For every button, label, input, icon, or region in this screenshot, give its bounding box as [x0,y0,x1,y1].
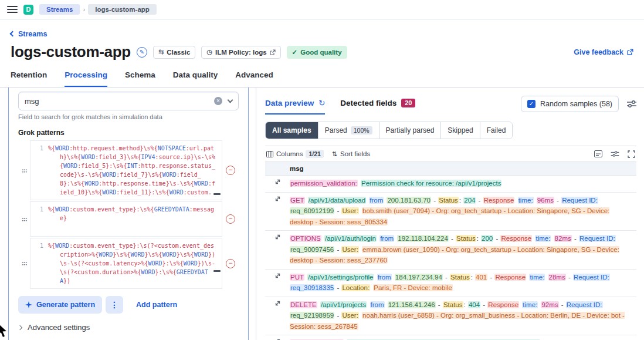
source-field-help: Field to search for grok matches in simu… [18,113,239,120]
remove-pattern-icon[interactable]: − [226,214,235,224]
give-feedback-link[interactable]: Give feedback [574,48,633,56]
log-message: PUT /api/v1/settings/profile from 184.19… [290,270,636,297]
table-row: external_api_call: External API call com… [265,335,636,340]
project-logo[interactable]: D [23,5,33,15]
grok-pattern-row: ⠿1%{WORD:custom.event_type}:\s%{GREEDYDA… [18,201,239,237]
add-pattern-link[interactable]: Add pattern [136,301,177,309]
tab-detected-fields[interactable]: Detected fields 20 [340,99,415,115]
pattern-menu-button[interactable]: ⋮ [106,296,123,314]
mouse-cursor [0,324,8,338]
drag-handle-icon[interactable]: ⠿ [18,216,30,223]
menu-icon[interactable] [7,6,18,13]
back-to-streams-link[interactable]: Streams [11,30,47,38]
expand-row-icon[interactable] [265,193,290,202]
table-row: GET /api/v1/data/upload from 200.181.63.… [265,193,636,231]
tab-advanced[interactable]: Advanced [235,70,273,87]
ilm-policy-badge[interactable]: ◷ ILM Policy: logs [201,46,280,59]
chevron-down-icon[interactable] [228,97,233,103]
grok-processor-panel: Source Field msg × Field to search for g… [8,87,249,340]
tab-retention[interactable]: Retention [11,70,47,87]
columns-button[interactable]: Columns 1/21 [266,150,324,158]
detected-fields-count-badge: 20 [401,99,415,107]
grok-pattern-row: ⠿1%{WORD:http.request.method}\s%{NOTSPAC… [18,140,239,200]
sample-filter-group: All samplesParsed100%Partially parsedSki… [265,122,513,139]
source-field-label: Source Field [18,87,239,89]
drag-handle-icon[interactable]: ⠿ [18,260,30,267]
sliders-icon[interactable] [627,100,636,108]
check-circle-icon: ✓ [292,48,298,56]
grok-pattern-list: ⠿1%{WORD:http.request.method}\s%{NOTSPAC… [18,140,239,289]
grok-pattern-editor[interactable]: 1%{WORD:custom.event_type}:\s%{GREEDYDAT… [30,201,222,237]
display-density-icon[interactable] [594,150,602,157]
sparkle-icon [25,301,32,308]
tab-data-preview[interactable]: Data preview ↻ [265,99,325,115]
advanced-settings-toggle[interactable]: Advanced settings [18,323,239,332]
generate-pattern-button[interactable]: Generate pattern [18,296,102,314]
expand-row-icon[interactable] [265,335,290,340]
filter-parsed[interactable]: Parsed100% [318,122,379,139]
breadcrumb-current[interactable]: logs-custom-app [88,4,157,15]
table-row: permission_validation: Permission check … [265,176,636,193]
fullscreen-icon[interactable] [628,150,635,158]
preview-rows: permission_validation: Permission check … [265,176,636,340]
grid-settings-icon[interactable] [611,150,619,157]
data-preview-column: Data preview ↻ Detected fields 20 ✓ Rand… [256,87,644,340]
columns-icon [266,151,273,157]
tab-processing[interactable]: Processing [65,70,107,87]
grok-pattern-editor[interactable]: 1%{WORD:custom.event_type}:\s(?<custom.e… [30,238,222,289]
source-field-combobox[interactable]: msg × [18,92,239,110]
filter-skipped[interactable]: Skipped [440,122,479,139]
sort-icon: ⇅ [332,150,337,158]
line-number: 1 [30,144,48,197]
quality-badge[interactable]: ✓ Good quality [287,46,347,59]
columns-count-badge: 1/21 [306,150,323,158]
msg-column-header: msg [290,165,304,172]
filter-all-samples[interactable]: All samples [266,122,318,139]
breadcrumb: Streams › logs-custom-app [39,4,157,15]
log-message: DELETE /api/v1/projects from 121.156.41.… [290,297,636,335]
breadcrumb-streams[interactable]: Streams [39,4,80,15]
editor-scrollbar[interactable] [213,270,221,272]
remove-pattern-icon[interactable]: − [226,166,235,175]
tab-data-quality[interactable]: Data quality [173,70,218,87]
filter-failed[interactable]: Failed [480,122,513,139]
external-link-icon [270,49,276,55]
grok-pattern-row: ⠿1%{WORD:custom.event_type}:\s(?<custom.… [18,238,239,289]
expand-row-icon[interactable] [265,176,290,185]
preview-grid: Columns 1/21 ⇅ Sort fields msg permissio… [265,146,636,340]
processor-editor-column: Source Field msg × Field to search for g… [0,87,256,340]
table-row: OPTIONS /api/v1/auth/login from 192.118.… [265,231,636,270]
chevron-right-icon [18,325,22,329]
grok-pattern-code: %{WORD:custom.event_type}:\s(?<custom.ev… [48,241,219,285]
random-samples-checkbox[interactable]: ✓ [527,100,535,108]
sort-fields-button[interactable]: ⇅ Sort fields [332,150,370,158]
line-number: 1 [30,205,48,233]
breadcrumb-separator-icon: › [82,6,86,13]
grok-pattern-code: %{WORD:http.request.method}\s%{NOTSPACE:… [48,144,219,197]
external-link-icon [627,49,633,55]
table-row: DELETE /api/v1/projects from 121.156.41.… [265,297,636,336]
filter-partially-parsed[interactable]: Partially parsed [379,122,441,139]
remove-pattern-icon[interactable]: − [226,259,235,268]
refresh-icon[interactable]: ↻ [318,99,325,107]
edit-title-icon[interactable]: ✎ [137,47,147,58]
grid-column-header[interactable]: msg [265,161,636,176]
log-message: OPTIONS /api/v1/auth/login from 192.118.… [290,231,636,269]
expand-row-icon[interactable] [265,270,290,279]
clear-field-icon[interactable]: × [214,97,222,105]
tab-schema[interactable]: Schema [125,70,155,87]
random-samples-control[interactable]: ✓ Random samples (58) [521,96,619,112]
expand-row-icon[interactable] [265,231,290,240]
swap-icon: ⇆ [158,48,164,56]
drag-handle-icon[interactable]: ⠿ [18,167,30,174]
preview-tabs: Data preview ↻ Detected fields 20 ✓ Rand… [265,96,636,117]
grid-toolbar: Columns 1/21 ⇅ Sort fields [265,146,636,161]
table-row: PUT /api/v1/settings/profile from 184.19… [265,270,636,297]
source-field-value[interactable]: msg [25,97,214,106]
expand-row-icon[interactable] [265,297,290,307]
editor-scrollbar[interactable] [213,193,221,195]
stream-tabs: Retention Processing Schema Data quality… [0,70,644,87]
page-header: Streams logs-custom-app ✎ ⇆ Classic ◷ IL… [0,19,644,61]
grok-pattern-editor[interactable]: 1%{WORD:http.request.method}\s%{NOTSPACE… [30,140,222,200]
classic-badge: ⇆ Classic [153,46,196,59]
